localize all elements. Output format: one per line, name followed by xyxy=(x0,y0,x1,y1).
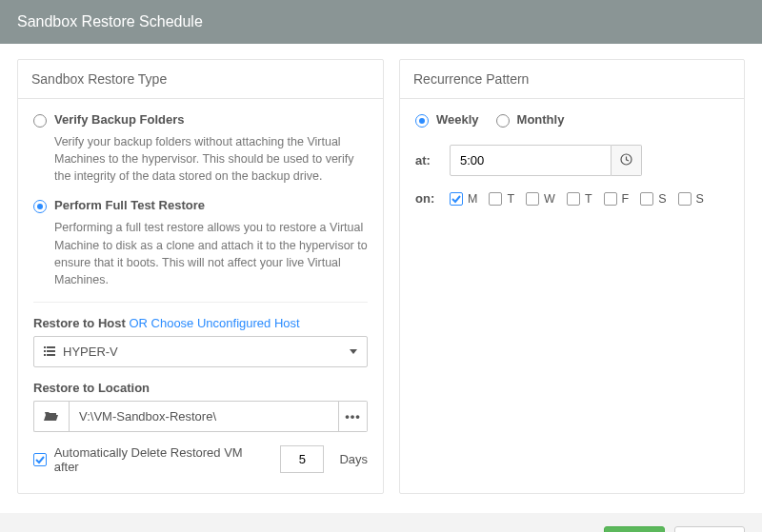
full-restore-option[interactable]: Perform Full Test Restore xyxy=(33,198,368,213)
verify-option[interactable]: Verify Backup Folders xyxy=(33,112,368,128)
day-checkbox-f[interactable] xyxy=(604,192,617,206)
restore-location-group: ••• xyxy=(33,401,368,432)
host-select[interactable]: HYPER-V xyxy=(33,336,368,367)
day-tuesday[interactable]: T xyxy=(489,192,514,206)
day-wednesday[interactable]: W xyxy=(526,192,555,206)
list-icon xyxy=(44,346,55,356)
svg-rect-4 xyxy=(44,354,46,356)
day-monday[interactable]: M xyxy=(450,192,477,206)
divider xyxy=(33,302,368,303)
dialog-body: Sandbox Restore Type Verify Backup Folde… xyxy=(0,44,762,513)
monthly-label: Monthly xyxy=(517,112,565,127)
day-checkbox-t1[interactable] xyxy=(489,192,502,206)
days-input[interactable] xyxy=(280,445,324,473)
ellipsis-icon: ••• xyxy=(345,409,361,424)
restore-type-title: Sandbox Restore Type xyxy=(18,60,383,99)
auto-delete-label: Automatically Delete Restored VM after xyxy=(54,445,266,474)
location-input[interactable] xyxy=(69,401,339,432)
day-thursday[interactable]: T xyxy=(567,192,592,206)
recurrence-title: Recurrence Pattern xyxy=(400,60,744,99)
day-checkbox-s2[interactable] xyxy=(678,192,692,206)
dialog-title: Sandbox Restore Schedule xyxy=(17,13,203,30)
restore-host-label: Restore to Host OR Choose Unconfigured H… xyxy=(33,316,368,330)
monthly-option[interactable]: Monthly xyxy=(496,112,565,128)
day-saturday[interactable]: S xyxy=(640,192,666,206)
restore-type-panel: Sandbox Restore Type Verify Backup Folde… xyxy=(17,59,384,494)
on-row: on: M T W T xyxy=(415,191,729,206)
dialog-footer: Save Cancel xyxy=(0,513,762,532)
days-suffix: Days xyxy=(339,452,368,466)
dialog-header: Sandbox Restore Schedule xyxy=(0,0,762,44)
weekly-option[interactable]: Weekly xyxy=(415,112,479,128)
browse-button[interactable]: ••• xyxy=(339,401,368,432)
cancel-button[interactable]: Cancel xyxy=(674,526,745,532)
svg-rect-5 xyxy=(47,354,55,356)
restore-location-label: Restore to Location xyxy=(33,381,368,395)
full-restore-radio[interactable] xyxy=(33,200,47,213)
weekly-radio[interactable] xyxy=(415,114,429,128)
recurrence-panel: Recurrence Pattern Weekly Monthly at: xyxy=(399,59,745,494)
full-restore-description: Performing a full test restore allows yo… xyxy=(54,219,368,288)
monthly-radio[interactable] xyxy=(496,114,510,128)
day-friday[interactable]: F xyxy=(604,192,630,206)
verify-description: Verify your backup folders without attac… xyxy=(54,133,368,185)
svg-rect-2 xyxy=(44,350,46,352)
day-checkbox-m[interactable] xyxy=(450,192,463,206)
full-restore-label: Perform Full Test Restore xyxy=(54,198,205,212)
day-checkbox-s1[interactable] xyxy=(640,192,653,206)
weekly-label: Weekly xyxy=(436,112,479,127)
day-checkbox-w[interactable] xyxy=(526,192,539,206)
verify-label: Verify Backup Folders xyxy=(54,112,185,127)
time-picker-button[interactable] xyxy=(612,145,642,176)
svg-rect-1 xyxy=(47,346,55,348)
choose-unconfigured-host-link[interactable]: OR Choose Unconfigured Host xyxy=(129,316,299,330)
svg-rect-0 xyxy=(44,346,46,348)
time-input[interactable] xyxy=(450,145,612,176)
on-label: on: xyxy=(415,191,440,206)
save-button[interactable]: Save xyxy=(604,526,665,532)
folder-open-icon xyxy=(44,410,59,422)
day-sunday[interactable]: S xyxy=(678,192,704,206)
verify-radio[interactable] xyxy=(33,114,47,128)
at-label: at: xyxy=(415,153,440,167)
at-row: at: xyxy=(415,145,729,176)
day-checkbox-t2[interactable] xyxy=(567,192,580,206)
recurrence-radio-group: Weekly Monthly xyxy=(415,112,729,128)
open-folder-button[interactable] xyxy=(33,401,69,432)
days-group: M T W T F xyxy=(450,192,704,206)
svg-rect-3 xyxy=(47,350,55,352)
auto-delete-checkbox[interactable] xyxy=(33,453,47,466)
host-value: HYPER-V xyxy=(63,345,118,359)
clock-icon xyxy=(620,153,632,168)
auto-delete-row: Automatically Delete Restored VM after D… xyxy=(33,445,368,474)
chevron-down-icon xyxy=(350,349,357,354)
